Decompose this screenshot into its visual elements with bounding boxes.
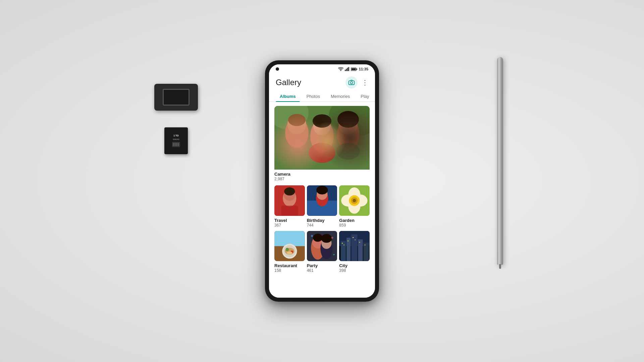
featured-album-label: Camera 2,987 [274,170,370,183]
album-thumb-restaurant [274,231,305,261]
svg-rect-75 [343,244,344,245]
svg-point-64 [311,235,313,237]
svg-point-66 [333,254,334,255]
more-options-button[interactable]: ⋮ [362,78,368,86]
svg-point-18 [287,114,306,134]
tab-albums[interactable]: Albums [276,91,300,102]
tab-play[interactable]: Play [357,91,373,102]
svg-rect-11 [351,68,356,70]
svg-point-48 [353,199,356,202]
party-count: 461 [307,268,337,273]
phone-screen: 11:35 Gallery [269,64,375,298]
featured-album-name: Camera [274,172,370,177]
featured-album[interactable]: Camera 2,987 [274,106,370,183]
travel-name: Travel [274,218,305,223]
status-bar: 11:35 [269,64,375,72]
svg-rect-3 [176,143,177,146]
svg-point-60 [313,234,322,242]
travel-label: Travel 367 [274,216,305,229]
tabs-bar: Albums Photos Memories Play [269,91,375,102]
garden-label: Garden 859 [339,216,370,229]
svg-rect-10 [356,68,357,70]
svg-point-56 [287,251,292,254]
svg-point-19 [288,114,306,126]
album-thumb-birthday [307,185,337,216]
album-item-garden[interactable]: Garden 859 [339,185,370,229]
svg-point-28 [349,112,357,122]
svg-point-24 [337,118,359,150]
svg-rect-74 [342,243,343,244]
svg-point-23 [337,118,359,150]
sim-tray-slot [163,89,190,106]
svg-point-17 [285,118,309,148]
garden-name: Garden [339,218,370,223]
city-count: 398 [339,268,370,273]
status-icons: 11:35 [338,67,368,71]
signal-icon [345,67,350,71]
svg-rect-7 [347,68,348,71]
svg-rect-72 [358,239,363,261]
svg-point-20 [310,119,334,153]
svg-point-27 [340,113,348,123]
restaurant-name: Restaurant [274,263,305,268]
svg-rect-35 [281,205,298,216]
svg-rect-1 [173,143,174,146]
svg-rect-71 [352,234,358,261]
album-item-travel[interactable]: Travel 367 [274,185,305,229]
city-name: City [339,263,370,268]
garden-svg [339,185,370,216]
travel-count: 367 [274,223,305,228]
party-name: Party [307,263,337,268]
header-icons: ⋮ [345,76,368,88]
microsd-logo: micro [173,138,179,141]
svg-point-29 [309,143,335,163]
album-item-restaurant[interactable]: Restaurant 158 [274,231,305,275]
birthday-name: Birthday [307,218,337,223]
svg-point-54 [285,248,289,251]
tab-memories[interactable]: Memories [327,91,354,102]
albums-content: Camera 2,987 [269,102,375,298]
album-item-city[interactable]: City 398 [339,231,370,275]
svg-point-21 [313,117,331,135]
restaurant-count: 158 [274,268,305,273]
scene: 1 TO micro [121,30,523,332]
album-item-party[interactable]: Party 461 [307,231,337,275]
battery-icon [351,67,358,71]
microsd-capacity-label: 1 TO [173,134,178,137]
svg-rect-80 [365,244,366,245]
featured-album-thumbnail [274,106,370,170]
restaurant-svg [274,231,305,261]
app-title: Gallery [276,78,301,87]
svg-point-40 [316,186,328,194]
wifi-icon [338,67,343,71]
app-content: Gallery ⋮ [269,72,375,298]
svg-rect-5 [345,70,346,71]
album-item-birthday[interactable]: Birthday 744 [307,185,337,229]
album-thumb-city [339,231,370,261]
party-label: Party 461 [307,261,337,274]
svg-rect-79 [359,242,360,243]
svg-point-65 [331,237,333,239]
city-svg [339,231,370,261]
svg-point-25 [339,116,358,134]
svg-rect-4 [178,143,179,146]
svg-rect-6 [346,69,347,71]
phone-device: 11:35 Gallery [265,60,379,302]
app-header: Gallery ⋮ [269,72,375,91]
camera-button[interactable] [345,76,358,88]
tab-photos[interactable]: Photos [303,91,324,102]
garden-count: 859 [339,223,370,228]
svg-rect-8 [348,67,349,71]
svg-rect-2 [174,143,176,146]
svg-point-63 [321,234,332,243]
album-grid: Travel 367 [274,185,370,274]
svg-point-22 [313,114,331,128]
svg-point-15 [329,106,370,136]
birthday-svg [307,185,337,216]
album-thumb-travel [274,185,305,216]
microsd-card: 1 TO micro [164,127,188,154]
microsd-icon [172,142,180,147]
travel-svg [274,185,305,216]
svg-point-34 [284,187,295,195]
svg-point-16 [274,106,309,129]
